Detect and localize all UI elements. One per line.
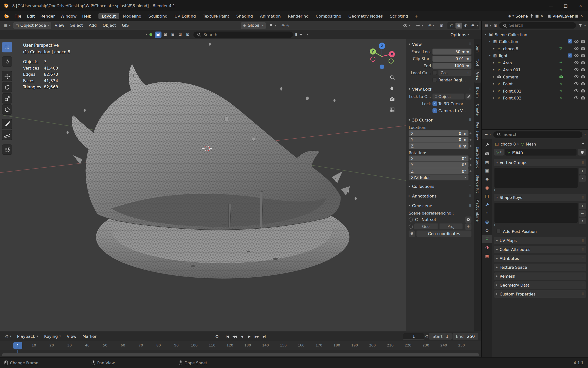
outliner-item-label[interactable]: light — [499, 53, 508, 58]
render-visibility-icon[interactable] — [581, 96, 586, 100]
outliner-item-label[interactable]: Scene Collection — [495, 32, 527, 37]
camera-view-icon[interactable] — [389, 96, 395, 102]
auto-keying-toggle[interactable]: ⊙ — [214, 333, 220, 340]
minimize-button[interactable]: — — [543, 0, 558, 11]
outliner-item-label[interactable]: Point.002 — [503, 96, 521, 100]
outliner-row[interactable]: ▸ ☼ Point.001 ☼ — [482, 87, 588, 95]
expand-arrow-icon[interactable]: ▾ — [483, 33, 488, 36]
view-lock-section-header[interactable]: ▾ View Lock ⠿ — [409, 85, 472, 93]
outliner-row[interactable]: ▸ ☼ Area ☼ — [482, 59, 588, 66]
workspace-tab[interactable]: UV Editing — [171, 13, 199, 19]
remove-view-layer-icon[interactable]: × — [580, 14, 583, 18]
select-mode-subtract[interactable]: ⊟ — [170, 31, 176, 38]
outliner-row[interactable]: ▾ ▦ Collection — [482, 38, 588, 45]
tab-modifiers[interactable] — [482, 200, 492, 209]
lock-object-field[interactable]: ◻ Object — [433, 94, 464, 99]
add-rest-position-checkbox[interactable] — [496, 229, 501, 234]
tab-object-data[interactable]: ▽ — [482, 235, 492, 243]
workspace-tab[interactable]: Texture Paint — [199, 13, 232, 19]
vertex-groups-header[interactable]: ▾ Vertex Groups ⠿ — [494, 159, 586, 166]
shape-key-menu-button[interactable]: ▾ — [579, 218, 586, 224]
shading-rendered-button[interactable]: ◓ — [470, 23, 476, 28]
breadcrumb-data[interactable]: Mesh — [526, 142, 536, 146]
render-visibility-icon[interactable] — [581, 53, 586, 58]
preview-range-icon[interactable]: ◷ — [425, 335, 428, 338]
expand-arrow-icon[interactable]: ▸ — [491, 82, 496, 86]
tool-annotate[interactable] — [2, 119, 12, 129]
value-field[interactable]: 0.01 m — [433, 56, 472, 62]
tool-cursor[interactable] — [2, 56, 12, 67]
workspace-tab[interactable]: Animation — [257, 13, 284, 19]
current-frame-field[interactable]: 1 — [403, 333, 424, 340]
axis-y-neg-ball[interactable] — [389, 59, 393, 63]
menubar-menu[interactable]: Render — [38, 13, 58, 19]
shape-keys-header[interactable]: ▾ Shape Keys ⠿ — [494, 194, 586, 201]
axis-z-neg-ball[interactable] — [380, 64, 384, 69]
value-field[interactable]: 50 mm — [433, 49, 472, 55]
tool-move[interactable] — [2, 71, 12, 81]
tool-scale[interactable] — [2, 93, 12, 104]
timeline-menu[interactable]: Marker▾ — [80, 333, 99, 340]
expand-arrow-icon[interactable]: ▸ — [491, 75, 496, 78]
render-visibility-icon[interactable] — [581, 46, 586, 51]
tab-material[interactable]: ◑ — [482, 243, 492, 252]
animate-dot[interactable] — [470, 158, 472, 160]
outliner-row[interactable]: ▸ △ choco 8 ▽ — [482, 45, 588, 52]
render-visibility-icon[interactable] — [581, 74, 586, 79]
view-layer-selector[interactable]: ▣ ViewLayer ▣ × — [546, 14, 585, 19]
outliner-item-label[interactable]: Point.001 — [503, 89, 521, 93]
properties-section-header[interactable]: ▸ Geometry Data ⠿ — [494, 281, 586, 289]
hide-eye-icon[interactable] — [574, 53, 579, 58]
tab-world[interactable]: ◉ — [482, 183, 492, 192]
editor-type-button[interactable]: ▦▾ — [2, 22, 13, 29]
animate-dot[interactable] — [470, 132, 472, 134]
pan-hand-icon[interactable] — [389, 85, 395, 91]
properties-editor-button[interactable]: ≡▾ — [484, 131, 492, 138]
selectability-checkbox[interactable] — [568, 53, 572, 58]
tool-add-cube[interactable] — [2, 145, 12, 155]
menubar-menu[interactable]: File — [12, 13, 24, 19]
outliner-row[interactable]: ▸ ☼ Area.001 ☼ — [482, 66, 588, 73]
properties-section-header[interactable]: ▸ Remesh ⠿ — [494, 272, 586, 280]
timeline-ruler[interactable]: 1102030405060708090100110120130140150160… — [0, 341, 481, 350]
animate-dot[interactable] — [470, 164, 472, 166]
workspace-tab[interactable]: Rendering — [285, 13, 312, 19]
viewport-menu[interactable]: Select — [68, 22, 85, 29]
menubar-menu[interactable]: Window — [58, 13, 79, 19]
workspace-tab[interactable]: Compositing — [312, 13, 344, 19]
jump-start[interactable]: |◀ — [224, 333, 230, 340]
proj-button[interactable]: Proj — [439, 223, 463, 229]
hide-eye-icon[interactable] — [574, 96, 579, 100]
outliner-editor-button[interactable]: ▤▾ — [484, 22, 492, 29]
view-layer-name[interactable]: ViewLayer — [553, 14, 574, 19]
timeline-menu[interactable]: Playback▾ — [14, 333, 41, 340]
timeline-track-area[interactable] — [0, 350, 481, 357]
animate-dot[interactable] — [470, 145, 472, 147]
display-mode-icon[interactable]: ▣ — [494, 24, 497, 27]
fake-user-button[interactable] — [578, 149, 586, 156]
tool-select-box[interactable] — [2, 42, 12, 52]
mesh-name-field[interactable]: ▽Mesh — [505, 149, 577, 156]
shape-keys-list[interactable] — [494, 203, 578, 223]
georef-settings-button[interactable] — [465, 216, 472, 223]
properties-section-header[interactable]: ▸ Texture Space ⠿ — [494, 264, 586, 271]
vertex-groups-list[interactable] — [494, 168, 578, 188]
properties-section-header[interactable]: ▸ Color Attributes ⠿ — [494, 246, 586, 253]
add-crs-button[interactable]: + — [465, 223, 472, 230]
splash-mesh[interactable] — [72, 64, 350, 279]
pin-icon[interactable] — [529, 14, 534, 18]
shading-solid-button[interactable]: ● — [456, 23, 462, 28]
copy-scene-icon[interactable]: ▣ — [535, 14, 539, 18]
sidebar-tab[interactable]: Create — [474, 101, 481, 118]
sidebar-tab[interactable]: View — [474, 70, 481, 83]
sidebar-tab[interactable]: Blosm — [474, 84, 481, 100]
tool-rotate[interactable] — [2, 82, 12, 93]
outliner-search-input[interactable]: Search — [499, 22, 576, 29]
hide-eye-icon[interactable] — [574, 74, 579, 79]
blender-menu-icon[interactable] — [3, 13, 9, 19]
hide-eye-icon[interactable] — [574, 39, 579, 44]
expand-arrow-icon[interactable]: ▸ — [491, 89, 496, 93]
proj-radio[interactable] — [409, 224, 413, 229]
viewport-menu[interactable]: View — [52, 22, 67, 29]
local-camera-checkbox[interactable] — [433, 71, 437, 75]
